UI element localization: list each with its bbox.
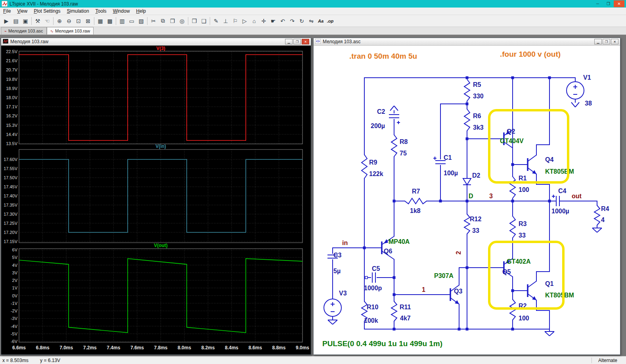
label-r12[interactable]: R12 <box>470 216 481 222</box>
value-r5[interactable]: 330 <box>473 93 484 100</box>
resistor-R5[interactable] <box>464 79 470 101</box>
c5-floating-terminal[interactable] <box>365 276 368 279</box>
zoom-in-icon[interactable]: ⊕ <box>55 16 64 26</box>
schematic-close-button[interactable]: ✕ <box>611 39 618 44</box>
close-button[interactable]: ✕ <box>614 0 624 7</box>
value-r4[interactable]: 4 <box>601 216 605 223</box>
label-q1[interactable]: Q1 <box>545 280 553 287</box>
place-ground-icon[interactable]: ⊥ <box>221 16 230 26</box>
label-d2[interactable]: D2 <box>472 172 481 179</box>
tab-waveform[interactable]: ∿Мелодия 103.raw <box>47 27 94 34</box>
value-r8[interactable]: 75 <box>400 150 407 157</box>
find-icon[interactable]: ◎ <box>177 16 187 26</box>
label-r5[interactable]: R5 <box>473 81 481 88</box>
schematic-maximize-button[interactable]: ❐ <box>603 39 610 44</box>
label-c5[interactable]: C5 <box>372 265 380 272</box>
paste-icon[interactable]: ❐ <box>168 16 177 26</box>
label-r9[interactable]: R9 <box>369 159 377 166</box>
label-q2[interactable]: Q2 <box>507 128 515 135</box>
capacitor-C5[interactable] <box>372 272 375 283</box>
value-q1[interactable]: KT805BM <box>545 292 574 299</box>
schematic-minimize-button[interactable]: ▁ <box>594 39 602 44</box>
value-r6[interactable]: 3k3 <box>473 124 484 131</box>
trace-vout[interactable] <box>19 259 302 333</box>
draw-wire-icon[interactable]: ✎ <box>211 16 221 26</box>
schematic-window-titlebar[interactable]: Мелодия 103.asc ▁ ❐ ✕ <box>314 38 620 46</box>
value-c3[interactable]: 5µ <box>333 268 341 274</box>
resistor-R12[interactable] <box>464 214 470 234</box>
spice-directive-icon[interactable]: .op <box>325 16 335 26</box>
value-q2[interactable]: GT404V <box>500 138 524 144</box>
pulse-directive[interactable]: PULSE(0 0.4 499u 1u 1u 499u 1m) <box>322 339 442 348</box>
waveform-pane-vin[interactable]: 17.60V17.55V17.50V17.45V17.40V17.35V17.3… <box>4 144 302 244</box>
resistor-R4[interactable] <box>594 205 600 225</box>
waveform-pane-vout[interactable]: 6V5V4V3V2V1V0V-1V-2V-3V-4V-5V-6VV(out) <box>11 243 302 344</box>
menu-item-window[interactable]: Window <box>110 8 133 14</box>
tile-horizontal-icon[interactable]: ▭ <box>127 16 136 26</box>
minimize-button[interactable]: ─ <box>592 0 603 7</box>
label-q4[interactable]: Q4 <box>545 156 553 163</box>
label-c1[interactable]: C1 <box>444 154 452 161</box>
capacitor-C4[interactable] <box>556 196 559 206</box>
label-c2[interactable]: C2 <box>377 108 385 115</box>
move-icon[interactable]: ✛ <box>259 16 268 26</box>
menu-item-file[interactable]: File <box>0 8 14 14</box>
value-r2[interactable]: 100 <box>519 315 529 322</box>
value-r12[interactable]: 33 <box>472 227 479 234</box>
net-label-3[interactable]: 3 <box>489 193 493 199</box>
tran-directive[interactable]: .tran 0 50m 40m 5u <box>349 52 417 60</box>
maximize-button[interactable]: ❐ <box>603 0 614 7</box>
schematic-window[interactable]: Мелодия 103.asc ▁ ❐ ✕ <box>313 38 620 355</box>
menu-item-help[interactable]: Help <box>133 8 149 14</box>
value-q5[interactable]: GT402A <box>507 258 531 265</box>
save-icon[interactable]: ▣ <box>21 16 30 26</box>
mark-data-points-icon[interactable]: ▩ <box>105 16 115 26</box>
transistor-Q1[interactable] <box>528 281 536 300</box>
waveform-maximize-button[interactable]: ❐ <box>293 39 301 44</box>
resistor-R11[interactable] <box>391 301 397 321</box>
label-q5[interactable]: Q5 <box>502 268 511 275</box>
value-r9[interactable]: 122k <box>369 171 383 177</box>
value-r10[interactable]: 100k <box>364 317 378 324</box>
label-c4[interactable]: C4 <box>558 188 567 194</box>
waveform-minimize-button[interactable]: ▁ <box>285 39 293 44</box>
resistor-R9[interactable] <box>362 155 367 178</box>
waveform-plot-area[interactable]: 22.5V21.6V20.7V19.8V18.9V18.0V17.1V16.2V… <box>1 46 311 354</box>
value-c4[interactable]: 1000µ <box>551 208 569 215</box>
cut-icon[interactable]: ✂ <box>149 16 158 26</box>
voltage-source-V1[interactable] <box>567 82 584 99</box>
label-r11[interactable]: R11 <box>400 304 411 310</box>
label-c3[interactable]: C3 <box>333 252 342 259</box>
resistor-R6[interactable] <box>464 109 470 131</box>
value-c1[interactable]: 100µ <box>444 170 458 176</box>
zoom-out-icon[interactable]: ⊖ <box>64 16 74 26</box>
run-icon[interactable]: ▶ <box>2 16 11 26</box>
schematic-canvas[interactable]: .tran 0 50m 40m 5u .four 1000 v (out) PU… <box>314 46 620 354</box>
value-r1[interactable]: 100 <box>519 186 529 193</box>
tab-schematic[interactable]: ⌁Мелодия 103.asc <box>1 27 47 34</box>
waveform-close-button[interactable]: ✕ <box>302 39 309 44</box>
resistor-R7[interactable] <box>405 198 427 204</box>
undo-icon[interactable]: ↶ <box>278 16 287 26</box>
zoom-area-icon[interactable]: ⊡ <box>74 16 83 26</box>
trace-title[interactable]: V(out) <box>154 243 168 248</box>
place-component-icon[interactable]: ⌂ <box>249 16 259 26</box>
trace-title[interactable]: V(in) <box>155 144 166 149</box>
place-label-icon[interactable]: ⚐ <box>230 16 240 26</box>
cascade-windows-icon[interactable]: ▧ <box>136 16 146 26</box>
label-r3[interactable]: R3 <box>519 220 527 227</box>
tile-vertical-icon[interactable]: ▥ <box>117 16 127 26</box>
label-q6[interactable]: Q6 <box>384 248 392 255</box>
rotate-icon[interactable]: ↻ <box>297 16 306 26</box>
control-panel-icon[interactable]: ⚒ <box>33 16 42 26</box>
resistor-R1[interactable] <box>510 176 515 198</box>
open-folder-icon[interactable]: ▤ <box>11 16 21 26</box>
net-label-in[interactable]: in <box>342 239 348 246</box>
pan-hand-icon[interactable]: ☜ <box>42 16 52 26</box>
title-bar[interactable]: LTspice XVII - Мелодия 103.raw ─ ❐ ✕ <box>0 0 626 8</box>
diode-D2[interactable] <box>463 178 471 185</box>
redo-icon[interactable]: ↷ <box>287 16 297 26</box>
drag-icon[interactable]: ☛ <box>268 16 278 26</box>
mirror-icon[interactable]: ⇋ <box>306 16 316 26</box>
value-r7[interactable]: 1k8 <box>410 207 421 214</box>
